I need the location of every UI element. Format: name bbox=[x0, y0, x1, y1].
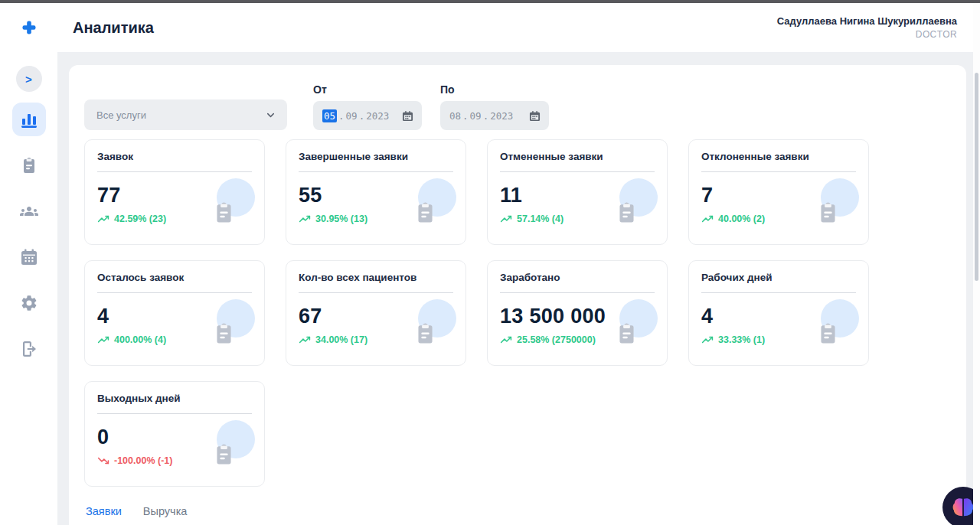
stat-card-title: Выходных дней bbox=[97, 393, 252, 404]
content-area: Все услуги От 05 . 09 . 2023 bbox=[57, 52, 980, 525]
scrollbar-thumb[interactable] bbox=[975, 73, 978, 281]
date-from-input[interactable]: 05 . 09 . 2023 bbox=[313, 101, 422, 130]
trending-up-icon bbox=[299, 334, 311, 345]
clipboard-icon bbox=[212, 201, 236, 224]
clipboard-icon bbox=[413, 201, 437, 224]
stat-card-badge bbox=[215, 299, 255, 339]
sidebar-item-patients[interactable] bbox=[12, 194, 46, 228]
stat-card-title: Рабочих дней bbox=[701, 272, 856, 283]
user-role: DOCTOR bbox=[777, 29, 957, 40]
clipboard-icon bbox=[212, 321, 236, 345]
stat-card: Кол-во всех пациентов 67 34.00% (17) bbox=[286, 260, 466, 366]
stat-card-trend-text: 57.14% (4) bbox=[517, 214, 564, 224]
stat-card-title: Заявок bbox=[97, 151, 252, 162]
date-to-label: По bbox=[440, 83, 549, 96]
gear-icon bbox=[20, 294, 38, 312]
date-from-month[interactable]: 09 bbox=[346, 110, 358, 122]
date-to-input[interactable]: 08 . 09 . 2023 bbox=[440, 101, 549, 130]
logo-box[interactable] bbox=[0, 21, 57, 34]
sidebar-item-analytics[interactable] bbox=[12, 103, 46, 136]
page-title: Аналитика bbox=[73, 19, 154, 37]
service-select-value: Все услуги bbox=[96, 109, 265, 121]
stat-card-divider bbox=[299, 171, 453, 172]
trending-up-icon bbox=[97, 214, 109, 224]
calendar-picker-icon bbox=[402, 110, 413, 122]
sidebar-item-calendar[interactable] bbox=[12, 240, 46, 274]
sidebar-item-requests[interactable] bbox=[12, 148, 46, 182]
clipboard-icon bbox=[816, 321, 840, 345]
stat-card-title: Отклоненные заявки bbox=[701, 151, 856, 162]
trending-up-icon bbox=[500, 214, 512, 224]
stat-card: Заработано 13 500 000 25.58% (2750000) bbox=[487, 260, 668, 366]
date-from-calendar-button[interactable] bbox=[402, 110, 413, 122]
stat-card-badge bbox=[416, 178, 456, 218]
filters-row: Все услуги От 05 . 09 . 2023 bbox=[84, 83, 951, 130]
stat-card-badge bbox=[416, 299, 456, 339]
date-to-year[interactable]: 2023 bbox=[490, 110, 513, 122]
stat-card-divider bbox=[500, 171, 655, 172]
stat-card-divider bbox=[701, 292, 856, 293]
clipboard-icon bbox=[615, 201, 639, 224]
stat-card: Заявок 77 42.59% (23) bbox=[84, 139, 265, 245]
medical-cross-logo-icon bbox=[22, 21, 36, 34]
stat-card-title: Заработано bbox=[500, 272, 655, 283]
stat-card-title: Кол-во всех пациентов bbox=[299, 272, 453, 283]
brain-icon bbox=[952, 497, 975, 517]
date-to-calendar-button[interactable] bbox=[529, 110, 541, 122]
stat-card-badge bbox=[819, 299, 859, 339]
clipboard-icon bbox=[20, 156, 38, 174]
sidebar-collapse-button[interactable]: > bbox=[16, 66, 42, 92]
stat-card-badge bbox=[618, 178, 658, 218]
date-to-day[interactable]: 08 bbox=[449, 110, 461, 122]
stat-card-divider bbox=[97, 171, 252, 172]
sidebar-item-logout[interactable] bbox=[12, 332, 46, 366]
stat-card-trend-text: 42.59% (23) bbox=[114, 214, 166, 224]
logout-icon bbox=[20, 340, 38, 358]
bar-chart-icon bbox=[20, 110, 38, 129]
stat-card-trend-text: 25.58% (2750000) bbox=[517, 334, 596, 345]
people-icon bbox=[20, 202, 38, 220]
stat-card-title: Завершенные заявки bbox=[299, 151, 453, 162]
trending-up-icon bbox=[299, 214, 311, 224]
stat-card-title: Отмененные заявки bbox=[500, 151, 655, 162]
stat-card: Завершенные заявки 55 30.95% (13) bbox=[286, 139, 466, 245]
date-from-year[interactable]: 2023 bbox=[366, 110, 389, 122]
date-separator: . bbox=[483, 110, 489, 122]
date-to-group: По 08 . 09 . 2023 bbox=[440, 83, 549, 130]
trending-up-icon bbox=[500, 334, 512, 345]
stat-card-title: Осталось заявок bbox=[97, 272, 252, 283]
stat-card-trend-text: 400.00% (4) bbox=[114, 334, 166, 345]
date-from-group: От 05 . 09 . 2023 bbox=[313, 83, 422, 130]
date-to-month[interactable]: 09 bbox=[470, 110, 482, 122]
chevron-down-icon bbox=[265, 109, 276, 121]
trending-up-icon bbox=[701, 334, 714, 345]
service-select[interactable]: Все услуги bbox=[84, 99, 287, 130]
chevron-right-icon: > bbox=[25, 73, 32, 86]
tab-requests[interactable]: Заявки bbox=[86, 505, 122, 517]
stat-card-divider bbox=[97, 292, 252, 293]
scrollbar-track[interactable] bbox=[973, 3, 980, 525]
date-separator: . bbox=[359, 110, 365, 122]
stat-card-trend-text: 33.33% (1) bbox=[718, 334, 765, 345]
clipboard-icon bbox=[413, 321, 437, 345]
sidebar-item-settings[interactable] bbox=[12, 286, 46, 320]
clipboard-icon bbox=[212, 442, 236, 466]
stat-card: Выходных дней 0 -100.00% (-1) bbox=[84, 381, 265, 487]
stat-card-divider bbox=[500, 292, 655, 293]
clipboard-icon bbox=[615, 321, 639, 345]
date-from-label: От bbox=[313, 83, 422, 96]
stat-card: Отклоненные заявки 7 40.00% (2) bbox=[688, 139, 869, 245]
date-from-day[interactable]: 05 bbox=[322, 109, 337, 122]
stat-card-trend-text: 30.95% (13) bbox=[315, 214, 368, 224]
tab-revenue[interactable]: Выручка bbox=[143, 505, 188, 517]
calendar-icon bbox=[20, 248, 38, 266]
stat-card-divider bbox=[97, 413, 252, 414]
trending-down-icon bbox=[97, 455, 109, 466]
bottom-tabs: Заявки Выручка bbox=[84, 505, 951, 517]
user-block[interactable]: Садуллаева Нигина Шукуриллаевна DOCTOR bbox=[777, 15, 980, 40]
stat-card-trend-text: 40.00% (2) bbox=[718, 214, 765, 224]
stat-card-divider bbox=[701, 171, 856, 172]
stat-card: Осталось заявок 4 400.00% (4) bbox=[84, 260, 265, 366]
clipboard-icon bbox=[816, 201, 840, 224]
stat-card-badge bbox=[618, 299, 658, 339]
